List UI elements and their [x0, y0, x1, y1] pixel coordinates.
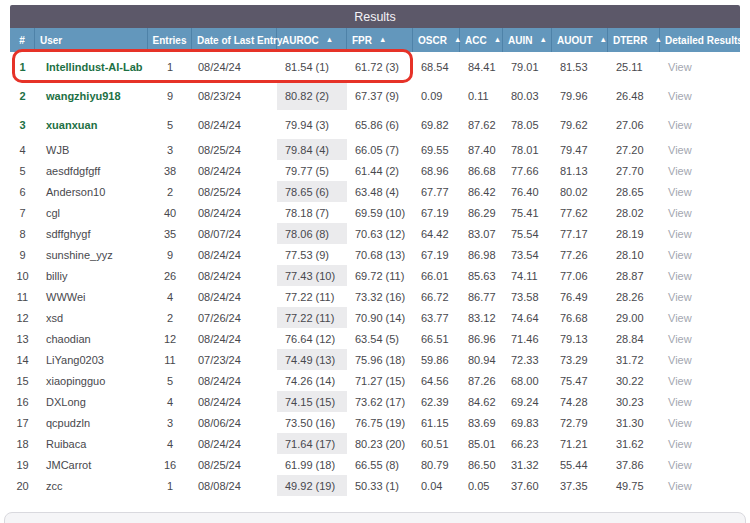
table-row: 2wangzhiyu918908/23/2480.82 (2)67.37 (9)… — [10, 81, 740, 110]
cell-dterr: 30.23 — [608, 391, 660, 412]
cell-oscr: 64.56 — [413, 370, 460, 391]
cell-user: qcpudzln — [35, 412, 148, 433]
cell-acc: 86.42 — [460, 181, 503, 202]
cell-date: 08/24/24 — [192, 110, 277, 139]
column-header-acc[interactable]: ACC▲ — [460, 28, 503, 52]
cell-auout: 77.06 — [552, 265, 608, 286]
sort-asc-icon[interactable]: ▲ — [539, 35, 546, 44]
table-row: 3xuanxuan508/24/2479.94 (3)65.86 (6)69.8… — [10, 110, 740, 139]
column-header-dterr[interactable]: DTERR▲ — [608, 28, 660, 52]
cell-auroc: 79.94 (3) — [277, 110, 347, 139]
cell-rank: 4 — [10, 139, 35, 160]
cell-detailed-results: View — [660, 454, 740, 475]
cell-rank: 16 — [10, 391, 35, 412]
cell-oscr: 0.09 — [413, 81, 460, 110]
cell-oscr: 66.72 — [413, 286, 460, 307]
cell-entries: 12 — [148, 328, 192, 349]
column-header-auout[interactable]: AUOUT▲ — [552, 28, 608, 52]
cell-auin: 69.83 — [503, 412, 552, 433]
cell-auroc: 74.26 (14) — [277, 370, 347, 391]
cell-detailed-results: View — [660, 81, 740, 110]
cell-auroc: 81.54 (1) — [277, 52, 347, 81]
sort-asc-icon[interactable]: ▲ — [654, 35, 661, 44]
sort-asc-icon[interactable]: ▲ — [600, 35, 607, 44]
view-link[interactable]: View — [668, 480, 692, 492]
view-link[interactable]: View — [668, 396, 692, 408]
view-link[interactable]: View — [668, 207, 692, 219]
view-link[interactable]: View — [668, 417, 692, 429]
cell-dterr: 28.87 — [608, 265, 660, 286]
cell-oscr: 61.15 — [413, 412, 460, 433]
cell-auout: 72.79 — [552, 412, 608, 433]
view-link[interactable]: View — [668, 119, 692, 131]
view-link[interactable]: View — [668, 333, 692, 345]
cell-auin: 74.64 — [503, 307, 552, 328]
view-link[interactable]: View — [668, 375, 692, 387]
cell-auroc: 71.64 (17) — [277, 433, 347, 454]
cell-user: xsd — [35, 307, 148, 328]
cell-acc: 86.50 — [460, 454, 503, 475]
cell-oscr: 64.42 — [413, 223, 460, 244]
cell-oscr: 66.51 — [413, 328, 460, 349]
view-link[interactable]: View — [668, 165, 692, 177]
view-link[interactable]: View — [668, 291, 692, 303]
cell-auin: 72.33 — [503, 349, 552, 370]
cell-dterr: 37.86 — [608, 454, 660, 475]
sort-asc-icon[interactable]: ▲ — [454, 35, 461, 44]
table-row: 7cgl4008/24/2478.18 (7)69.59 (10)67.1986… — [10, 202, 740, 223]
cell-auroc: 76.64 (12) — [277, 328, 347, 349]
view-link[interactable]: View — [668, 186, 692, 198]
cell-entries: 4 — [148, 286, 192, 307]
cell-auout: 74.28 — [552, 391, 608, 412]
cell-acc: 0.05 — [460, 475, 503, 496]
cell-acc: 85.01 — [460, 433, 503, 454]
cell-entries: 2 — [148, 181, 192, 202]
cell-rank: 2 — [10, 81, 35, 110]
column-header-auin[interactable]: AUIN▲ — [503, 28, 552, 52]
cell-entries: 5 — [148, 370, 192, 391]
sort-asc-icon[interactable]: ▲ — [379, 35, 386, 44]
cell-dterr: 29.00 — [608, 307, 660, 328]
cell-rank: 9 — [10, 244, 35, 265]
cell-date: 08/24/24 — [192, 433, 277, 454]
cell-acc: 86.98 — [460, 244, 503, 265]
cell-date: 08/24/24 — [192, 202, 277, 223]
cell-auroc: 74.15 (15) — [277, 391, 347, 412]
cell-user: DXLong — [35, 391, 148, 412]
view-link[interactable]: View — [668, 228, 692, 240]
column-header-fpr[interactable]: FPR▲ — [347, 28, 413, 52]
cell-user: LiYang0203 — [35, 349, 148, 370]
view-link[interactable]: View — [668, 459, 692, 471]
table-row: 10billiy2608/24/2477.43 (10)69.72 (11)66… — [10, 265, 740, 286]
view-link[interactable]: View — [668, 270, 692, 282]
table-title: Results — [354, 10, 396, 24]
column-header-auroc[interactable]: AUROC▲ — [277, 28, 347, 52]
view-link[interactable]: View — [668, 90, 692, 102]
cell-dterr: 31.72 — [608, 349, 660, 370]
cell-fpr: 61.72 (3) — [347, 52, 413, 81]
column-header-label: ACC — [465, 35, 487, 46]
cell-fpr: 80.23 (20) — [347, 433, 413, 454]
sort-asc-icon[interactable]: ▲ — [326, 35, 333, 44]
cell-dterr: 28.84 — [608, 328, 660, 349]
cell-auroc: 77.22 (11) — [277, 307, 347, 328]
column-header-rank: # — [10, 28, 35, 52]
view-link[interactable]: View — [668, 61, 692, 73]
view-link[interactable]: View — [668, 144, 692, 156]
cell-oscr: 69.82 — [413, 110, 460, 139]
table-row: 16DXLong408/24/2474.15 (15)73.62 (17)62.… — [10, 391, 740, 412]
cell-oscr: 59.86 — [413, 349, 460, 370]
cell-dterr: 25.11 — [608, 52, 660, 81]
cell-detailed-results: View — [660, 52, 740, 81]
cell-user: Ruibaca — [35, 433, 148, 454]
column-header-oscr[interactable]: OSCR▲ — [413, 28, 460, 52]
view-link[interactable]: View — [668, 438, 692, 450]
cell-detailed-results: View — [660, 412, 740, 433]
cell-auin: 73.58 — [503, 286, 552, 307]
cell-detailed-results: View — [660, 139, 740, 160]
view-link[interactable]: View — [668, 249, 692, 261]
cell-detailed-results: View — [660, 110, 740, 139]
view-link[interactable]: View — [668, 354, 692, 366]
sort-asc-icon[interactable]: ▲ — [494, 35, 501, 44]
view-link[interactable]: View — [668, 312, 692, 324]
